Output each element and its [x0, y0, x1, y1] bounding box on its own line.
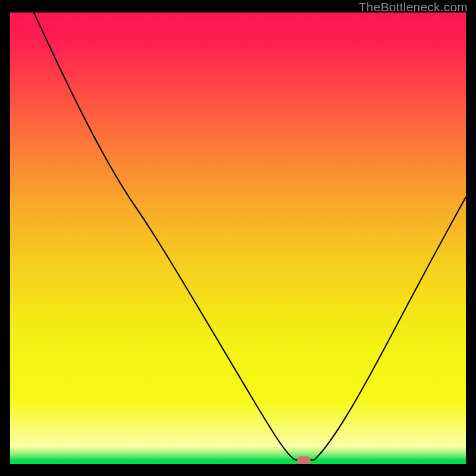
optimal-marker: [297, 456, 311, 464]
heat-gradient-pale: [10, 400, 466, 446]
plot-area: [10, 12, 466, 464]
plot-svg: [10, 12, 466, 464]
chart-frame: TheBottleneck.com: [0, 0, 476, 476]
heat-gradient-main: [10, 12, 466, 400]
heat-band-green: [10, 459, 466, 464]
heat-gradient-green: [10, 446, 466, 459]
